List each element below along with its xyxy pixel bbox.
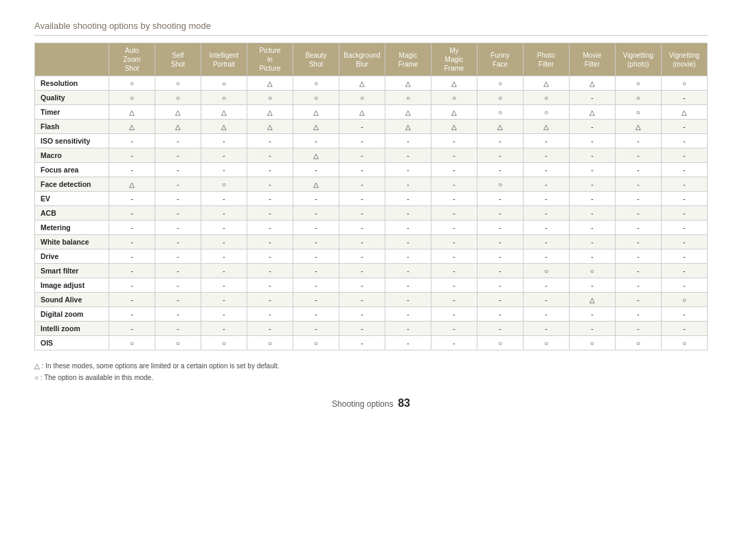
table-cell: △ bbox=[293, 148, 339, 163]
table-cell: ○ bbox=[477, 76, 523, 91]
col-header-my_magic: MyMagicFrame bbox=[431, 43, 477, 76]
table-cell: - bbox=[155, 163, 201, 177]
col-header-picture_in: PictureinPicture bbox=[247, 43, 293, 76]
table-cell: ○ bbox=[247, 336, 293, 350]
table-cell: △ bbox=[293, 177, 339, 192]
table-cell: ○ bbox=[293, 336, 339, 350]
col-header-bg_blur: BackgroundBlur bbox=[339, 43, 385, 76]
table-cell: - bbox=[155, 278, 201, 293]
table-cell: - bbox=[155, 148, 201, 163]
table-cell: - bbox=[293, 235, 339, 249]
row-label: White balance bbox=[35, 235, 109, 249]
table-cell: - bbox=[201, 249, 247, 264]
table-cell: - bbox=[523, 278, 569, 293]
table-cell: - bbox=[569, 163, 615, 177]
table-cell: ○ bbox=[661, 293, 707, 307]
table-cell: - bbox=[339, 307, 385, 322]
table-cell: - bbox=[155, 249, 201, 264]
table-cell: ○ bbox=[477, 91, 523, 105]
table-cell: - bbox=[109, 163, 155, 177]
row-label: Image adjust bbox=[35, 278, 109, 293]
table-cell: △ bbox=[339, 76, 385, 91]
row-label: Drive bbox=[35, 249, 109, 264]
table-cell: △ bbox=[615, 120, 661, 134]
table-cell: △ bbox=[293, 105, 339, 120]
table-cell: △ bbox=[155, 120, 201, 134]
row-label: ISO sensitivity bbox=[35, 134, 109, 148]
table-cell: - bbox=[661, 148, 707, 163]
table-cell: - bbox=[155, 177, 201, 192]
table-cell: △ bbox=[523, 76, 569, 91]
table-cell: - bbox=[293, 221, 339, 235]
table-cell: ○ bbox=[155, 76, 201, 91]
table-cell: △ bbox=[247, 105, 293, 120]
col-header-movie_filter: MovieFilter bbox=[569, 43, 615, 76]
table-row: Image adjust------------- bbox=[35, 278, 708, 293]
table-cell: - bbox=[293, 163, 339, 177]
table-cell: - bbox=[569, 322, 615, 336]
table-cell: ○ bbox=[155, 91, 201, 105]
table-cell: - bbox=[339, 120, 385, 134]
table-cell: - bbox=[109, 206, 155, 221]
table-cell: △ bbox=[431, 105, 477, 120]
table-cell: ○ bbox=[201, 336, 247, 350]
table-cell: - bbox=[385, 177, 431, 192]
table-cell: - bbox=[477, 221, 523, 235]
table-cell: ○ bbox=[293, 91, 339, 105]
table-cell: - bbox=[523, 163, 569, 177]
table-cell: - bbox=[339, 293, 385, 307]
table-cell: - bbox=[385, 293, 431, 307]
row-label: Smart filter bbox=[35, 264, 109, 278]
table-row: OIS○○○○○---○○○○○ bbox=[35, 336, 708, 350]
table-cell: - bbox=[523, 235, 569, 249]
row-label: Sound Alive bbox=[35, 293, 109, 307]
table-cell: - bbox=[201, 163, 247, 177]
table-cell: ○ bbox=[477, 105, 523, 120]
table-cell: - bbox=[615, 307, 661, 322]
table-cell: - bbox=[431, 249, 477, 264]
table-row: Resolution○○○△○△△△○△△○○ bbox=[35, 76, 708, 91]
table-cell: - bbox=[523, 206, 569, 221]
table-cell: - bbox=[569, 148, 615, 163]
table-cell: ○ bbox=[523, 336, 569, 350]
row-label: Resolution bbox=[35, 76, 109, 91]
table-cell: - bbox=[661, 307, 707, 322]
row-label: EV bbox=[35, 192, 109, 206]
table-row: Smart filter---------○○-- bbox=[35, 264, 708, 278]
table-row: White balance------------- bbox=[35, 235, 708, 249]
table-cell: - bbox=[615, 177, 661, 192]
table-cell: △ bbox=[293, 120, 339, 134]
table-cell: - bbox=[385, 235, 431, 249]
table-cell: - bbox=[247, 177, 293, 192]
table-cell: - bbox=[477, 206, 523, 221]
table-row: ISO sensitivity------------- bbox=[35, 134, 708, 148]
table-cell: - bbox=[661, 91, 707, 105]
page-title: Available shooting options by shooting m… bbox=[34, 21, 708, 36]
table-cell: - bbox=[247, 322, 293, 336]
table-cell: - bbox=[661, 192, 707, 206]
table-cell: ○ bbox=[523, 91, 569, 105]
table-cell: - bbox=[477, 307, 523, 322]
table-cell: - bbox=[477, 278, 523, 293]
table-cell: - bbox=[431, 293, 477, 307]
table-row: Metering------------- bbox=[35, 221, 708, 235]
table-cell: - bbox=[339, 322, 385, 336]
table-cell: △ bbox=[569, 76, 615, 91]
table-cell: - bbox=[661, 120, 707, 134]
table-cell: - bbox=[155, 322, 201, 336]
table-cell: - bbox=[293, 307, 339, 322]
table-cell: ○ bbox=[247, 91, 293, 105]
table-cell: - bbox=[247, 134, 293, 148]
table-cell: - bbox=[247, 293, 293, 307]
table-cell: △ bbox=[661, 105, 707, 120]
table-cell: △ bbox=[339, 105, 385, 120]
table-cell: ○ bbox=[109, 76, 155, 91]
table-cell: - bbox=[431, 235, 477, 249]
col-header-self_shot: SelfShot bbox=[155, 43, 201, 76]
table-row: Focus area------------- bbox=[35, 163, 708, 177]
table-cell: △ bbox=[385, 76, 431, 91]
table-cell: △ bbox=[109, 120, 155, 134]
table-cell: - bbox=[569, 307, 615, 322]
table-cell: ○ bbox=[155, 336, 201, 350]
table-cell: - bbox=[293, 206, 339, 221]
